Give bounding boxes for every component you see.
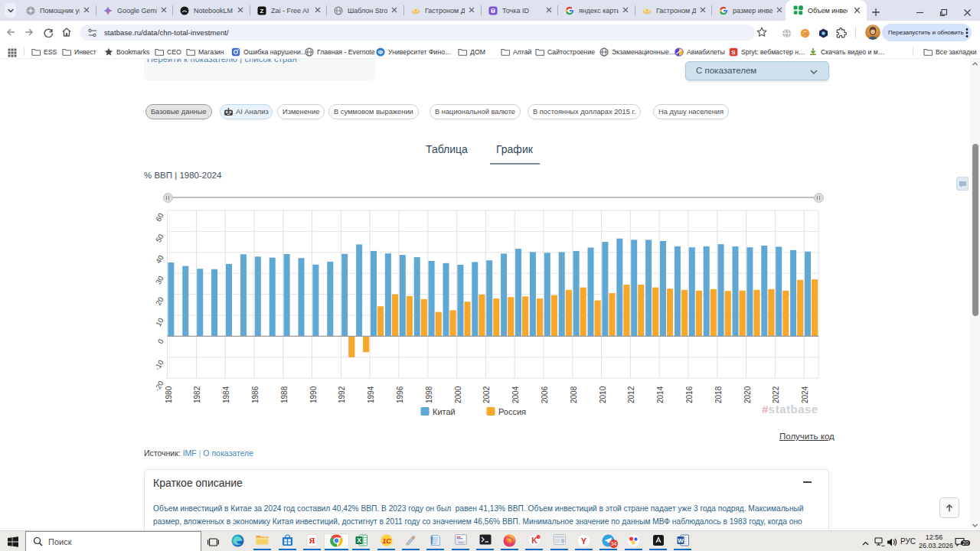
svg-text:2000: 2000	[454, 386, 462, 403]
svg-text:Я: Я	[309, 536, 315, 545]
svg-text:1982: 1982	[193, 386, 201, 403]
svg-text:10: 10	[154, 317, 165, 328]
svg-text:Z: Z	[260, 8, 264, 15]
svg-text:2016: 2016	[685, 386, 694, 403]
svg-text:1994: 1994	[367, 386, 375, 403]
svg-text:1С: 1С	[382, 537, 391, 545]
svg-text:2020: 2020	[743, 386, 752, 403]
svg-text:1998: 1998	[425, 386, 433, 403]
svg-text:30: 30	[154, 275, 165, 286]
svg-text:50: 50	[154, 233, 165, 244]
svg-text:Y: Y	[581, 536, 587, 546]
svg-text:60: 60	[154, 212, 165, 223]
svg-text:-10: -10	[152, 358, 165, 371]
svg-text:X: X	[357, 536, 361, 544]
svg-text:2012: 2012	[627, 386, 635, 403]
svg-text:2008: 2008	[570, 386, 578, 403]
svg-text:Китай: Китай	[433, 407, 456, 416]
svg-text:2022: 2022	[772, 386, 780, 403]
svg-text:1992: 1992	[338, 386, 346, 403]
svg-text:2018: 2018	[714, 386, 723, 403]
svg-text:10: 10	[802, 31, 807, 36]
svg-text:Россия: Россия	[498, 407, 526, 416]
svg-text:Ф: Ф	[378, 48, 384, 55]
svg-text:40: 40	[154, 253, 165, 265]
svg-text:0: 0	[156, 337, 165, 345]
svg-text:1980: 1980	[165, 386, 173, 403]
svg-text:2010: 2010	[599, 386, 607, 403]
svg-text:#statbase: #statbase	[762, 403, 818, 416]
svg-text:1986: 1986	[251, 386, 260, 403]
svg-text:20: 20	[154, 295, 165, 307]
svg-text:S: S	[731, 49, 736, 56]
svg-text:1990: 1990	[309, 386, 318, 403]
svg-text:1996: 1996	[396, 386, 404, 403]
svg-text:1988: 1988	[280, 386, 289, 403]
svg-text:2006: 2006	[541, 386, 549, 403]
svg-text:2024: 2024	[801, 386, 809, 403]
svg-text:2004: 2004	[511, 386, 520, 403]
svg-text:W: W	[678, 537, 684, 544]
svg-text:1984: 1984	[222, 386, 230, 403]
svg-text:-20: -20	[152, 380, 165, 393]
svg-text:2014: 2014	[656, 386, 665, 403]
svg-text:2002: 2002	[482, 386, 491, 403]
